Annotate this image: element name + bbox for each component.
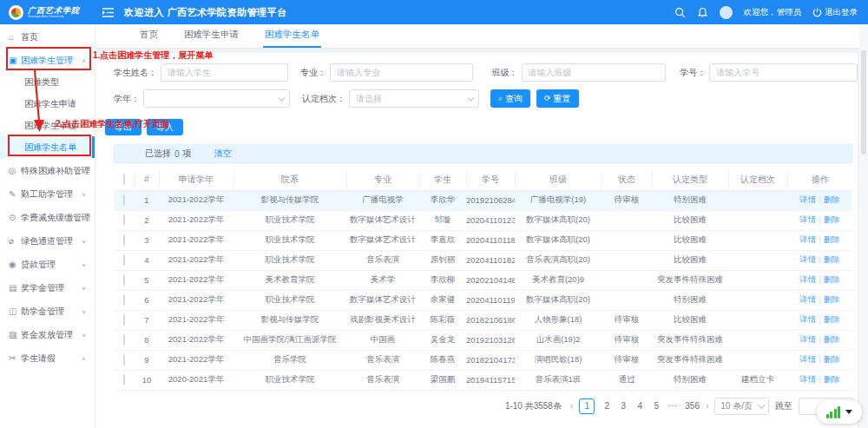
page-button-3[interactable]: 3 [619,401,628,411]
cell-type: 比较困难 [652,210,728,230]
cell-status [602,270,652,290]
tab-首页[interactable]: 首页 [138,23,160,48]
student-no-label: 学号： [680,67,706,79]
sidebar-item-困难类型[interactable]: 困难类型 [0,71,95,93]
sidebar-item-贷款管理[interactable]: ◉贷款管理∨ [0,254,95,275]
university-emblem-icon [9,5,23,20]
row-checkbox[interactable] [123,334,125,346]
sidebar-item-特殊困难补助管理[interactable]: ◎特殊困难补助管理∨ [0,160,95,181]
sidebar-item-助学金管理[interactable]: ◫助学金管理∨ [0,300,95,322]
row-checkbox[interactable] [123,294,125,306]
column-header-#: # [135,169,159,190]
sidebar-item-绿色通道管理[interactable]: ⌀绿色通道管理∨ [0,230,95,252]
sidebar-item-勤工助学管理[interactable]: ✎勤工助学管理∨ [0,183,95,205]
detail-link[interactable]: 详情 [799,234,816,244]
cell-year: 2020-2021学年 [159,370,233,390]
page-scrollbar[interactable] [859,24,868,428]
row-checkbox[interactable] [123,254,125,266]
class-input[interactable]: 请输入班级 [522,63,667,82]
detail-link[interactable]: 详情 [799,354,816,364]
delete-link[interactable]: 删除 [824,294,840,304]
row-checkbox[interactable] [123,354,125,365]
detail-link[interactable]: 详情 [799,374,816,384]
row-checkbox[interactable] [123,234,125,246]
page-button-4[interactable]: 4 [635,401,644,411]
sidebar-item-奖学金管理[interactable]: ▤奖学金管理∨ [0,277,95,299]
sidebar-item-困难学生管理[interactable]: ▣困难学生管理∧ [0,49,95,71]
sidebar-item-学生请假[interactable]: ✂学生请假∨ [0,347,95,369]
row-checkbox[interactable] [123,274,125,286]
sidebar-item-困难学生审核[interactable]: 困难学生审核 [0,115,95,136]
row-checkbox[interactable] [123,314,125,326]
delete-link[interactable]: 删除 [824,254,840,264]
tab-困难学生名单[interactable]: 困难学生名单 [263,23,321,48]
delete-link[interactable]: 删除 [824,334,840,344]
chart-widget-button[interactable] [817,400,862,424]
next-page-icon[interactable]: › [706,401,708,411]
detail-link[interactable]: 详情 [799,334,816,344]
detail-link[interactable]: 详情 [799,214,816,224]
cell-department: 音乐学院 [233,350,346,370]
page-button-5[interactable]: 5 [652,401,661,411]
sidebar-item-首页[interactable]: ⌂首页 [0,26,95,48]
delete-link[interactable]: 删除 [824,354,840,364]
prev-page-icon[interactable]: ‹ [570,401,573,411]
cell-select [114,250,135,270]
sidebar-collapse-icon[interactable] [102,8,114,17]
search-button[interactable]: ⌕查询 [490,89,530,108]
avatar[interactable] [720,6,733,19]
page-button-current[interactable]: 1 [579,398,595,414]
detail-link[interactable]: 详情 [799,314,816,324]
chevron-down-icon [467,94,474,101]
search-icon[interactable] [674,7,686,18]
clear-selection-button[interactable]: 清空 [214,148,232,160]
sidebar-item-困难学生名单[interactable]: 困难学生名单 [0,136,95,158]
scrollbar-thumb[interactable] [861,50,866,155]
logout-button[interactable]: 退出登录 [812,7,858,18]
cell-year: 2021-2022学年 [159,230,233,250]
export-button[interactable]: 导出 [105,119,141,135]
reset-button[interactable]: ⟳重置 [536,89,579,108]
student-no-input[interactable]: 请输入学号 [709,63,858,82]
cell-year: 2021-2022学年 [159,250,233,270]
row-checkbox[interactable] [123,214,125,226]
import-button[interactable]: 导入 [147,119,183,135]
delete-link[interactable]: 删除 [824,234,840,244]
cell-actions: 详情|删除 [787,210,852,230]
table-row: 72021-2022学年影视与传媒学院戏剧影视美术设计陈彩薇2018210618… [114,310,852,330]
sidebar-item-资金发放管理[interactable]: ▨资金发放管理∨ [0,324,95,346]
student-name-input[interactable]: 请输入学生 [161,63,288,82]
cell-actions: 详情|删除 [787,190,852,210]
cell-major: 中国画 [346,330,419,350]
delete-link[interactable]: 删除 [824,274,840,284]
refresh-icon: ⟳ [544,95,551,102]
page-button-356[interactable]: 356 [685,401,700,411]
detail-link[interactable]: 详情 [799,274,816,284]
page-button-2[interactable]: 2 [602,401,611,411]
delete-link[interactable]: 删除 [824,214,840,224]
detail-link[interactable]: 详情 [799,294,816,304]
year-select[interactable] [143,89,290,108]
detail-link[interactable]: 详情 [799,254,816,264]
major-input[interactable]: 请输入专业 [330,63,473,82]
page-button-···: ··· [668,401,677,411]
tab-困难学生申请[interactable]: 困难学生申请 [182,23,240,48]
bell-icon[interactable] [697,7,708,18]
detail-link[interactable]: 详情 [799,194,816,204]
delete-link[interactable]: 删除 [824,314,840,324]
welcome-text: 欢迎您，管理员 [744,7,802,18]
sidebar-item-label: 贷款管理 [21,259,56,271]
cell-department: 职业技术学院 [233,290,346,310]
row-checkbox[interactable] [123,194,125,206]
delete-link[interactable]: 删除 [824,374,840,384]
delete-link[interactable]: 删除 [824,194,840,204]
page-size-select[interactable]: 10 条/页 [714,398,769,415]
cell-actions: 详情|删除 [787,370,852,390]
cell-type: 突发事件特殊困难 [652,330,728,350]
cell-index: 4 [135,250,159,270]
sidebar-item-学费减免缓缴管理[interactable]: ⊙学费减免缓缴管理∨ [0,207,95,228]
row-checkbox[interactable] [123,374,125,385]
level-select[interactable]: 请选择 [349,89,479,108]
sidebar-item-困难学生申请[interactable]: 困难学生申请 [0,93,95,115]
select-all-checkbox[interactable] [123,174,125,185]
